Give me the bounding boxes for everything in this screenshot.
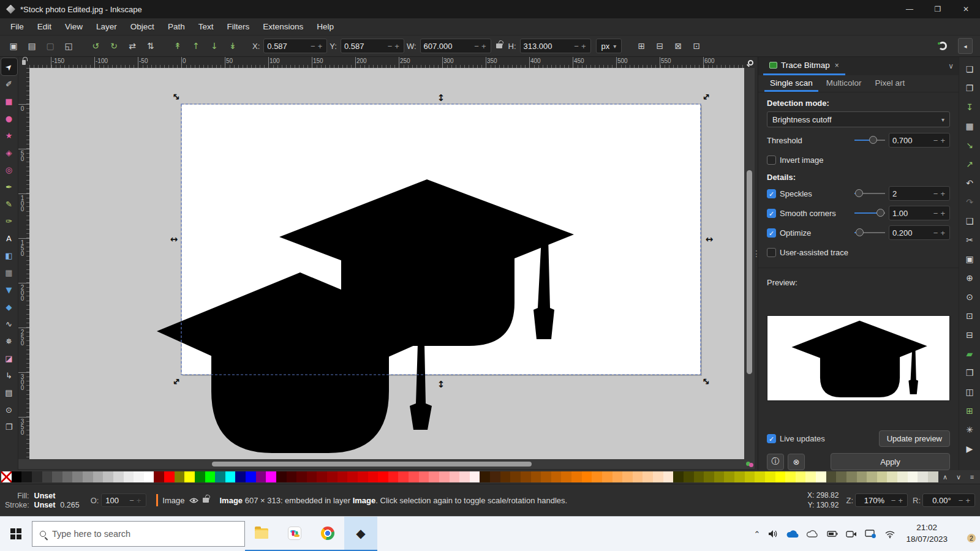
fill-stroke-indicator[interactable]: Fill: Unset Stroke: Unset 0.265 — [5, 492, 80, 509]
color-swatch[interactable] — [612, 471, 623, 482]
print-button[interactable]: ▦ — [961, 116, 978, 135]
color-management-button[interactable] — [744, 459, 755, 469]
color-swatch[interactable] — [83, 471, 93, 482]
speckles-increment[interactable]: + — [939, 189, 946, 198]
text-tool[interactable]: A — [1, 230, 17, 247]
close-button[interactable]: ✕ — [952, 0, 980, 18]
selector-tool[interactable]: ➤ — [1, 58, 17, 75]
select-all-button[interactable]: ▣ — [5, 38, 22, 54]
color-swatch[interactable] — [663, 471, 674, 482]
calligraphy-tool[interactable]: ✑ — [1, 212, 17, 230]
color-swatch[interactable] — [358, 471, 368, 482]
color-swatch[interactable] — [867, 471, 877, 482]
view-frame-button[interactable]: ⊟ — [961, 325, 978, 344]
menu-path[interactable]: Path — [161, 20, 192, 34]
threshold-value[interactable]: 0.700 — [892, 136, 932, 145]
horizontal-ruler[interactable]: -150-100-5005010015020025030035040045050… — [29, 57, 744, 68]
color-swatch[interactable] — [287, 471, 297, 482]
y-field-value[interactable]: 0.587 — [344, 42, 386, 51]
color-swatch[interactable] — [500, 471, 511, 482]
slider-knob[interactable] — [876, 209, 884, 217]
color-swatch[interactable] — [805, 471, 816, 482]
ruler-corner[interactable] — [18, 57, 29, 68]
detection-mode-dropdown[interactable]: Brightness cutoff ▾ — [767, 111, 950, 127]
optimize-checkbox[interactable]: ✓ — [767, 228, 776, 238]
width-decrement[interactable]: − — [473, 42, 480, 51]
rotation-value[interactable]: 0.00° — [926, 496, 957, 505]
onedrive-icon[interactable] — [786, 530, 799, 538]
color-swatch[interactable] — [439, 471, 450, 482]
horizontal-scrollbar[interactable] — [18, 459, 744, 469]
scale-handle-bottom-left[interactable]: ↔ — [170, 375, 183, 388]
minimize-button[interactable]: — — [895, 0, 924, 18]
invert-image-checkbox[interactable] — [767, 156, 776, 165]
update-preview-button[interactable]: Update preview — [879, 430, 950, 447]
scale-handle-top[interactable]: ↕ — [437, 92, 445, 103]
color-swatch[interactable] — [684, 471, 694, 482]
node-tool[interactable]: ✐ — [1, 75, 17, 92]
optimize-increment[interactable]: + — [939, 228, 946, 238]
volume-icon[interactable] — [768, 530, 778, 538]
slider-knob[interactable] — [869, 136, 877, 144]
vertical-ruler[interactable]: 050100150200250300350400 — [18, 68, 29, 459]
menu-file[interactable]: File — [4, 20, 31, 34]
action-center-button[interactable]: 2 — [958, 527, 974, 541]
color-swatch[interactable] — [877, 471, 888, 482]
tab-single-scan[interactable]: Single scan — [764, 75, 818, 92]
color-swatch[interactable] — [765, 471, 775, 482]
optimize-value[interactable]: 0.200 — [892, 228, 932, 238]
color-swatch[interactable] — [602, 471, 612, 482]
color-swatch[interactable] — [521, 471, 531, 482]
export-button[interactable]: ↗ — [961, 154, 978, 173]
vertical-scrollbar-thumb[interactable] — [747, 170, 752, 374]
display-sync-icon[interactable] — [865, 530, 876, 538]
scale-handle-right[interactable]: ↔ — [706, 234, 714, 245]
measure-tool[interactable]: ▤ — [1, 384, 17, 401]
y-field[interactable]: 0.587 −+ — [341, 39, 404, 53]
meet-now-icon[interactable] — [846, 530, 857, 538]
flip-vertical-button[interactable]: ⇅ — [142, 38, 159, 54]
color-swatch[interactable] — [734, 471, 745, 482]
color-swatch[interactable] — [714, 471, 725, 482]
layer-visibility-icon[interactable] — [189, 497, 198, 504]
slack-taskbar-button[interactable] — [278, 517, 311, 551]
color-swatch[interactable] — [908, 471, 918, 482]
width-field[interactable]: 607.000 −+ — [420, 39, 491, 53]
lower-button[interactable]: ↓ — [206, 38, 223, 54]
color-swatch[interactable] — [327, 471, 337, 482]
dropper-tool[interactable]: ▼ — [1, 281, 17, 298]
optimize-decrement[interactable]: − — [932, 228, 940, 238]
color-swatch[interactable] — [561, 471, 571, 482]
snapping-toggle-button[interactable] — [935, 38, 951, 54]
color-swatch[interactable] — [113, 471, 124, 482]
opacity-decrement[interactable]: − — [128, 496, 135, 505]
menu-text[interactable]: Text — [192, 20, 221, 34]
color-swatch[interactable] — [673, 471, 684, 482]
speckles-value[interactable]: 2 — [892, 189, 932, 198]
color-swatch[interactable] — [62, 471, 73, 482]
color-swatch[interactable] — [235, 471, 246, 482]
color-swatch[interactable] — [256, 471, 266, 482]
width-field-value[interactable]: 607.000 — [424, 42, 473, 51]
color-swatch[interactable] — [592, 471, 602, 482]
abort-button[interactable]: ⊗ — [788, 454, 805, 470]
color-swatch[interactable] — [541, 471, 551, 482]
color-swatch[interactable] — [918, 471, 928, 482]
color-swatch[interactable] — [347, 471, 358, 482]
color-swatch[interactable] — [745, 471, 755, 482]
color-swatch[interactable] — [826, 471, 837, 482]
live-updates-checkbox[interactable]: ✓ — [767, 434, 776, 443]
snap-options-button[interactable]: ⊞ — [961, 401, 978, 420]
height-field-value[interactable]: 313.000 — [524, 42, 573, 51]
scale-stroke-toggle-button[interactable]: ⊞ — [633, 38, 650, 54]
select-all-layers-button[interactable]: ▤ — [23, 38, 40, 54]
color-swatch[interactable] — [409, 471, 419, 482]
user-assisted-checkbox[interactable] — [767, 248, 776, 257]
tab-multicolor[interactable]: Multicolor — [821, 75, 867, 92]
menu-view[interactable]: View — [58, 20, 89, 34]
taskbar-search[interactable] — [32, 521, 245, 547]
dock-menu-chevron-icon[interactable]: ∨ — [948, 62, 954, 70]
zoom-drawing-button[interactable]: ⊙ — [961, 287, 978, 306]
fill-stroke-dialog-button[interactable]: ▰ — [961, 344, 978, 363]
flip-horizontal-button[interactable]: ⇄ — [124, 38, 141, 54]
